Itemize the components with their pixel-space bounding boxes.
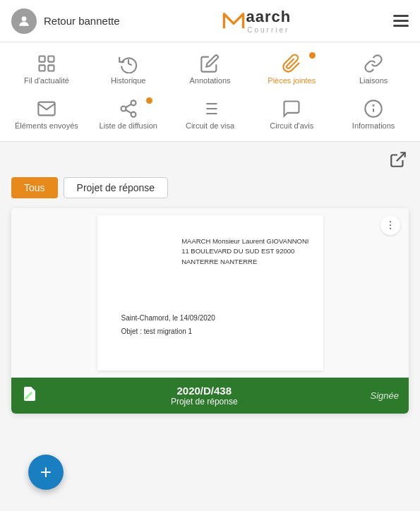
filter-projet-reponse-button[interactable]: Projet de réponse	[64, 177, 169, 198]
document-subject: Objet : test migration 1	[121, 327, 306, 335]
toolbar-historique-label: Historique	[111, 76, 146, 85]
filter-bar: Tous Projet de réponse	[11, 177, 409, 198]
document-menu-button[interactable]	[380, 215, 400, 235]
toolbar-liaisons[interactable]: Liaisons	[334, 48, 413, 90]
document-address: MAARCH Monsieur Laurent GIOVANNONI 11 BO…	[181, 236, 308, 267]
toolbar-row-1: Fil d'actualité Historique Annotations	[7, 48, 413, 90]
toolbar-elements-envoyes-label: Éléments envoyés	[15, 121, 78, 130]
svg-point-6	[121, 107, 126, 112]
svg-line-20	[397, 152, 405, 161]
document-footer-icon	[21, 385, 38, 406]
document-footer-info: 2020/D/438 Projet de réponse	[47, 385, 362, 407]
logo-m-icon	[222, 9, 246, 33]
svg-point-5	[131, 100, 136, 105]
toolbar-liste-diffusion[interactable]: Liste de diffusion	[89, 93, 168, 136]
document-card: MAARCH Monsieur Laurent GIOVANNONI 11 BO…	[11, 208, 409, 414]
external-link-button[interactable]	[389, 150, 409, 170]
toolbar-informations[interactable]: Informations	[334, 93, 413, 136]
toolbar-annotations[interactable]: Annotations	[171, 48, 250, 90]
document-preview: MAARCH Monsieur Laurent GIOVANNONI 11 BO…	[11, 208, 409, 378]
document-status: Signée	[371, 390, 399, 401]
toolbar-circuit-visa-label: Circuit de visa	[186, 121, 234, 130]
document-date: Saint-Chamord, le 14/09/2020	[121, 314, 306, 322]
svg-point-7	[131, 112, 136, 117]
svg-line-8	[126, 110, 131, 114]
svg-line-9	[126, 104, 131, 108]
toolbar-circuit-avis-label: Circuit d'avis	[270, 121, 313, 130]
document-footer: 2020/D/438 Projet de réponse Signée	[11, 378, 409, 414]
pieces-jointes-badge	[309, 52, 316, 59]
logo-text: aarch	[246, 8, 291, 26]
toolbar-liaisons-label: Liaisons	[359, 76, 388, 85]
svg-point-22	[390, 224, 391, 226]
svg-point-0	[22, 16, 27, 21]
svg-rect-3	[39, 65, 44, 71]
toolbar-liste-diffusion-label: Liste de diffusion	[100, 121, 157, 130]
svg-rect-2	[48, 56, 54, 62]
toolbar-circuit-avis[interactable]: Circuit d'avis	[252, 93, 331, 136]
toolbar-fil-actualite-label: Fil d'actualité	[24, 76, 69, 85]
hamburger-menu[interactable]	[393, 15, 409, 27]
back-icon[interactable]	[11, 8, 37, 34]
toolbar-pieces-jointes[interactable]: Pièces jointes	[252, 48, 331, 90]
app-logo: aarch Courrier	[222, 8, 291, 34]
liste-diffusion-badge	[146, 97, 152, 104]
filter-tous-button[interactable]: Tous	[11, 177, 58, 198]
toolbar-historique[interactable]: Historique	[89, 48, 168, 90]
logo-sub: Courrier	[246, 26, 291, 34]
toolbar-elements-envoyes[interactable]: Éléments envoyés	[7, 93, 86, 136]
document-id: 2020/D/438	[47, 385, 362, 397]
svg-rect-4	[48, 65, 54, 71]
toolbar-informations-label: Informations	[352, 121, 395, 130]
back-label[interactable]: Retour bannette	[44, 15, 120, 27]
svg-rect-1	[39, 56, 44, 62]
app-header: Retour bannette aarch Courrier	[0, 0, 420, 42]
svg-point-23	[390, 228, 391, 229]
fab-add-button[interactable]: +	[28, 455, 64, 490]
toolbar-circuit-visa[interactable]: Circuit de visa	[171, 93, 250, 136]
header-left: Retour bannette	[11, 8, 120, 34]
toolbar-annotations-label: Annotations	[189, 76, 230, 85]
document-page: MAARCH Monsieur Laurent GIOVANNONI 11 BO…	[97, 215, 323, 371]
top-actions	[11, 150, 409, 170]
toolbar-row-2: Éléments envoyés Liste de diffusion	[7, 93, 413, 136]
toolbar: Fil d'actualité Historique Annotations	[0, 42, 420, 142]
main-content: Tous Projet de réponse MAARCH Monsieur L…	[0, 142, 420, 422]
document-type: Projet de réponse	[47, 397, 362, 407]
toolbar-fil-actualite[interactable]: Fil d'actualité	[7, 48, 86, 90]
toolbar-pieces-jointes-label: Pièces jointes	[268, 76, 316, 85]
svg-point-19	[373, 105, 374, 106]
svg-point-21	[390, 221, 391, 222]
